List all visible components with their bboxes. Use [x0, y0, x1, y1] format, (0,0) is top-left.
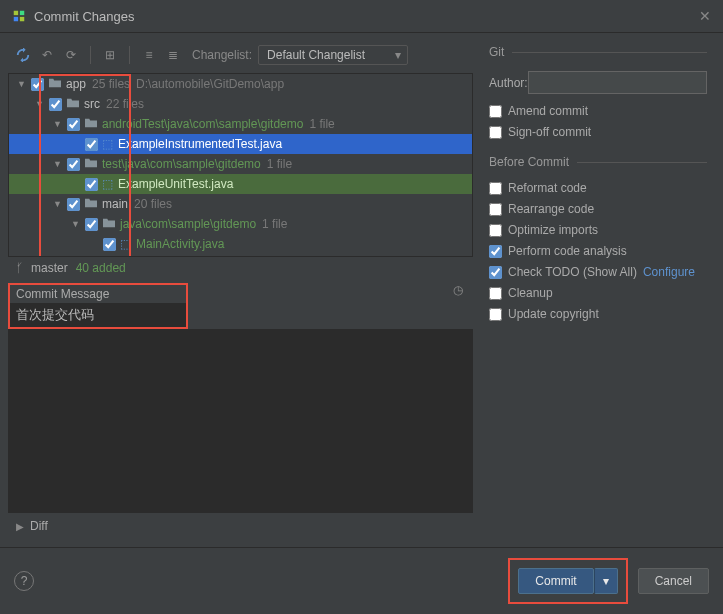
folder-icon: [66, 97, 84, 112]
expand-arrow-icon[interactable]: ▼: [35, 99, 45, 109]
node-label: test\java\com\sample\gitdemo: [102, 157, 261, 171]
file-tree[interactable]: ▼app25 filesD:\automobile\GitDemo\app▼sr…: [8, 73, 473, 257]
amend-checkbox[interactable]: [489, 105, 502, 118]
rearrange-checkbox[interactable]: [489, 203, 502, 216]
node-count: 1 file: [267, 157, 292, 171]
history-icon[interactable]: ◷: [453, 283, 463, 297]
commit-dropdown-button[interactable]: ▾: [594, 568, 618, 594]
chevron-right-icon: ▶: [16, 521, 24, 532]
file-checkbox[interactable]: [67, 118, 80, 131]
folder-icon: [84, 157, 102, 172]
tree-node[interactable]: ▼test\java\com\sample\gitdemo1 file: [9, 154, 472, 174]
svg-rect-3: [20, 17, 24, 21]
commit-message-input[interactable]: [10, 303, 186, 327]
node-label: app: [66, 77, 86, 91]
group-icon[interactable]: ⊞: [101, 46, 119, 64]
branch-row: ᚶ master 40 added: [8, 257, 473, 279]
tree-node[interactable]: ▼res18 files: [9, 254, 472, 257]
signoff-checkbox[interactable]: [489, 126, 502, 139]
signoff-label: Sign-off commit: [508, 125, 591, 139]
file-checkbox[interactable]: [49, 98, 62, 111]
help-icon[interactable]: ?: [14, 571, 34, 591]
java-file-icon: ⬚: [120, 237, 136, 251]
node-label: ExampleInstrumentedTest.java: [118, 137, 282, 151]
node-count: 20 files: [134, 197, 172, 211]
git-section-title: Git: [489, 45, 707, 63]
node-label: main: [102, 197, 128, 211]
folder-icon: [102, 217, 120, 232]
toolbar: ↶ ⟳ ⊞ ≡ ≣ Changelist: Default Changelist: [8, 41, 473, 69]
expand-arrow-icon[interactable]: ▼: [53, 159, 63, 169]
node-count: 1 file: [309, 117, 334, 131]
file-checkbox[interactable]: [85, 218, 98, 231]
todo-label: Check TODO (Show All): [508, 265, 637, 279]
author-label: Author:: [489, 76, 528, 90]
node-count: 25 files: [92, 77, 130, 91]
cleanup-checkbox[interactable]: [489, 287, 502, 300]
file-checkbox[interactable]: [85, 138, 98, 151]
todo-checkbox[interactable]: [489, 266, 502, 279]
tree-node[interactable]: ▼main20 files: [9, 194, 472, 214]
expand-arrow-icon[interactable]: ▼: [53, 119, 63, 129]
expand-icon[interactable]: ≡: [140, 46, 158, 64]
java-file-icon: ⬚: [102, 177, 118, 191]
analysis-checkbox[interactable]: [489, 245, 502, 258]
analysis-label: Perform code analysis: [508, 244, 627, 258]
undo-icon[interactable]: ↶: [38, 46, 56, 64]
reformat-checkbox[interactable]: [489, 182, 502, 195]
diff-label: Diff: [30, 519, 48, 533]
optimize-checkbox[interactable]: [489, 224, 502, 237]
tree-node[interactable]: ▼java\com\sample\gitdemo1 file: [9, 214, 472, 234]
cancel-button[interactable]: Cancel: [638, 568, 709, 594]
file-checkbox[interactable]: [67, 198, 80, 211]
node-count: 1 file: [262, 217, 287, 231]
svg-rect-0: [14, 11, 18, 15]
file-checkbox[interactable]: [31, 78, 44, 91]
rearrange-label: Rearrange code: [508, 202, 594, 216]
configure-link[interactable]: Configure: [643, 265, 695, 279]
node-label: java\com\sample\gitdemo: [120, 217, 256, 231]
copyright-checkbox[interactable]: [489, 308, 502, 321]
close-icon[interactable]: ✕: [699, 8, 711, 24]
file-checkbox[interactable]: [85, 178, 98, 191]
svg-rect-1: [20, 11, 24, 15]
redo-icon[interactable]: ⟳: [62, 46, 80, 64]
commit-button-highlight: Commit ▾: [508, 558, 627, 604]
node-label: src: [84, 97, 100, 111]
collapse-icon[interactable]: ≣: [164, 46, 182, 64]
commit-message-label: Commit Message: [16, 287, 180, 301]
dialog-title: Commit Changes: [34, 9, 699, 24]
tree-node[interactable]: ⬚MainActivity.java: [9, 234, 472, 254]
diff-section[interactable]: ▶ Diff: [8, 513, 473, 539]
tree-node[interactable]: ▼src22 files: [9, 94, 472, 114]
node-count: 22 files: [106, 97, 144, 111]
branch-icon: ᚶ: [16, 261, 23, 275]
branch-name: master: [31, 261, 68, 275]
file-checkbox[interactable]: [67, 158, 80, 171]
commit-message-section: Commit Message: [8, 283, 188, 329]
optimize-label: Optimize imports: [508, 223, 598, 237]
changelist-label: Changelist:: [192, 48, 252, 62]
folder-icon: [102, 257, 120, 258]
expand-arrow-icon[interactable]: ▼: [53, 199, 63, 209]
copyright-label: Update copyright: [508, 307, 599, 321]
commit-button[interactable]: Commit: [518, 568, 593, 594]
commit-message-area[interactable]: [8, 329, 473, 513]
refresh-icon[interactable]: [14, 46, 32, 64]
tree-node[interactable]: ▼app25 filesD:\automobile\GitDemo\app: [9, 74, 472, 94]
tree-node[interactable]: ⬚ExampleInstrumentedTest.java: [9, 134, 472, 154]
tree-node[interactable]: ⬚ExampleUnitTest.java: [9, 174, 472, 194]
changelist-dropdown[interactable]: Default Changelist: [258, 45, 408, 65]
amend-label: Amend commit: [508, 104, 588, 118]
android-studio-icon: [12, 9, 26, 23]
reformat-label: Reformat code: [508, 181, 587, 195]
before-commit-title: Before Commit: [489, 155, 707, 173]
node-label: androidTest\java\com\sample\gitdemo: [102, 117, 303, 131]
file-checkbox[interactable]: [103, 238, 116, 251]
tree-node[interactable]: ▼androidTest\java\com\sample\gitdemo1 fi…: [9, 114, 472, 134]
folder-icon: [48, 77, 66, 92]
node-path: D:\automobile\GitDemo\app: [136, 77, 284, 91]
expand-arrow-icon[interactable]: ▼: [17, 79, 27, 89]
expand-arrow-icon[interactable]: ▼: [71, 219, 81, 229]
author-input[interactable]: [528, 71, 707, 94]
